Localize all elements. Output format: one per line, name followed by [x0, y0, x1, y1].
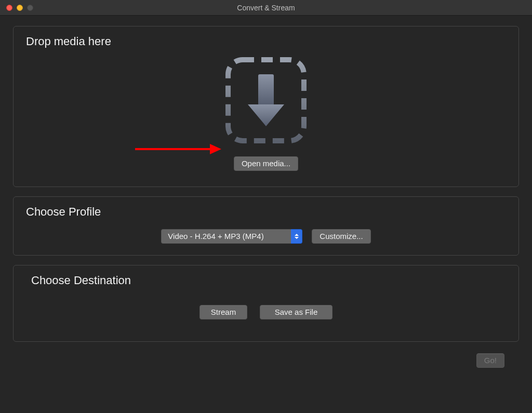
zoom-icon — [27, 5, 33, 11]
customize-button[interactable]: Customize... — [312, 229, 370, 244]
drop-media-title: Drop media here — [24, 35, 508, 48]
go-button[interactable]: Go! — [476, 353, 504, 368]
minimize-icon[interactable] — [17, 5, 23, 11]
drop-zone[interactable]: Open media... — [24, 54, 508, 171]
footer: Go! — [13, 351, 519, 368]
window-controls — [6, 5, 33, 11]
titlebar: Convert & Stream — [0, 0, 532, 16]
svg-marker-2 — [248, 104, 284, 126]
choose-destination-title: Choose Destination — [24, 274, 508, 287]
choose-profile-panel: Choose Profile Video - H.264 + MP3 (MP4)… — [13, 196, 519, 256]
close-icon[interactable] — [6, 5, 12, 11]
stream-button[interactable]: Stream — [200, 305, 247, 319]
choose-destination-panel: Choose Destination Stream Save as File — [13, 265, 519, 342]
chevron-up-down-icon — [291, 229, 302, 244]
window-title: Convert & Stream — [0, 4, 532, 12]
svg-rect-1 — [258, 74, 274, 105]
save-as-file-button[interactable]: Save as File — [260, 305, 332, 319]
drop-media-panel: Drop media here — [13, 26, 519, 187]
download-arrow-icon — [222, 54, 310, 147]
open-media-button[interactable]: Open media... — [234, 156, 298, 171]
content-area: Drop media here — [0, 16, 532, 373]
profile-select-value: Video - H.264 + MP3 (MP4) — [161, 229, 291, 244]
choose-profile-title: Choose Profile — [24, 205, 508, 219]
profile-select[interactable]: Video - H.264 + MP3 (MP4) — [161, 229, 302, 244]
